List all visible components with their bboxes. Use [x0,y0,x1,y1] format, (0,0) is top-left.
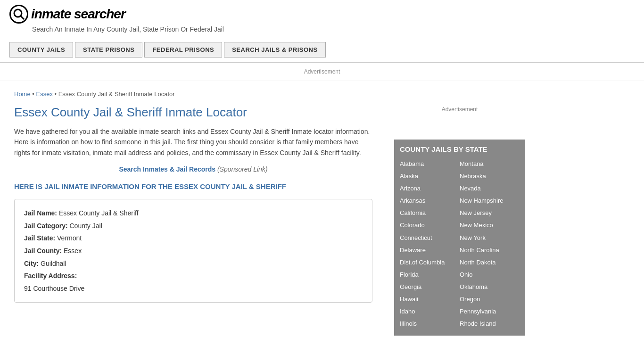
state-link[interactable]: Colorado [400,219,460,231]
state-link[interactable]: Montana [460,158,520,170]
logo-icon [9,5,28,24]
site-tagline: Search An Inmate In Any County Jail, Sta… [32,25,635,33]
state-link[interactable]: Arkansas [400,195,460,207]
state-link[interactable]: Ohio [460,269,520,281]
jail-category-label: Jail Category: [24,222,68,230]
sidebar: Advertisement COUNTY JAILS BY STATE Alab… [387,81,533,340]
state-link[interactable]: Nevada [460,182,520,195]
main-layout: Home • Essex • Essex County Jail & Sheri… [0,81,644,340]
state-link[interactable]: Idaho [400,305,460,318]
state-link[interactable]: Nebraska [460,170,520,182]
page-title: Essex County Jail & Sheriff Inmate Locat… [14,105,372,120]
jail-state-label: Jail State: [24,234,55,242]
jail-name-value: Essex County Jail & Sheriff [59,209,139,217]
jail-address-label: Facility Address: [24,272,77,280]
breadcrumb-current: Essex County Jail & Sheriff Inmate Locat… [58,90,175,98]
state-link[interactable]: Pennsylvania [460,305,520,318]
state-link[interactable]: Dist.of Columbia [400,256,460,269]
state-link[interactable]: Alabama [400,158,460,170]
state-prisons-button[interactable]: STATE PRISONS [75,42,142,58]
jail-county-label: Jail County: [24,247,62,255]
state-widget-title: COUNTY JAILS BY STATE [400,145,520,153]
state-link[interactable]: North Dakota [460,256,520,269]
state-col-right: MontanaNebraskaNevadaNew HampshireNew Je… [460,158,520,330]
svg-line-1 [21,16,24,19]
logo-text: inmate searcher [31,7,125,22]
breadcrumb-home[interactable]: Home [14,90,31,98]
state-link[interactable]: New York [460,232,520,244]
logo-area: inmate searcher [9,5,635,24]
state-link[interactable]: Illinois [400,318,460,330]
ad-banner: Advertisement [0,63,644,81]
jail-address-value: 91 Courthouse Drive [24,285,84,292]
jail-category-row: Jail Category: County Jail [24,220,363,232]
state-link[interactable]: North Carolina [460,244,520,256]
federal-prisons-button[interactable]: FEDERAL PRISONS [144,42,222,58]
section-heading: HERE IS JAIL INMATE INFORMATION FOR THE … [14,181,372,191]
sponsored-link[interactable]: Search Inmates & Jail Records [119,165,215,173]
jail-state-value: Vermont [57,234,82,242]
state-columns: AlabamaAlaskaArizonaArkansasCaliforniaCo… [400,158,520,330]
jail-city-value: Guildhall [41,260,66,267]
state-widget: COUNTY JAILS BY STATE AlabamaAlaskaArizo… [394,140,525,336]
jail-name-label: Jail Name: [24,209,57,217]
jail-info-box: Jail Name: Essex County Jail & Sheriff J… [14,199,372,303]
state-link[interactable]: Alaska [400,170,460,182]
state-link[interactable]: California [400,207,460,219]
jail-county-value: Essex [64,247,82,255]
state-link[interactable]: New Mexico [460,219,520,231]
jail-name-row: Jail Name: Essex County Jail & Sheriff [24,207,363,220]
search-jails-button[interactable]: SEARCH JAILS & PRISONS [224,42,325,58]
jail-state-row: Jail State: Vermont [24,232,363,245]
state-link[interactable]: Connecticut [400,232,460,244]
state-link[interactable]: New Hampshire [460,195,520,207]
jail-address-value-row: 91 Courthouse Drive [24,282,363,295]
state-link[interactable]: New Jersey [460,207,520,219]
jail-city-label: City: [24,260,39,267]
content-area: Home • Essex • Essex County Jail & Sheri… [0,81,387,340]
breadcrumb-essex[interactable]: Essex [36,90,52,98]
nav-bar: COUNTY JAILS STATE PRISONS FEDERAL PRISO… [0,37,644,63]
svg-point-0 [14,9,22,17]
jail-city-row: City: Guildhall [24,257,363,270]
state-link[interactable]: Rhode Island [460,318,520,330]
jail-county-row: Jail County: Essex [24,245,363,257]
sponsored-tag: (Sponsored Link) [217,165,268,173]
description: We have gathered for you all the availab… [14,126,372,158]
breadcrumb: Home • Essex • Essex County Jail & Sheri… [14,90,372,98]
state-link[interactable]: Oregon [460,293,520,305]
state-link[interactable]: Hawaii [400,293,460,305]
county-jails-button[interactable]: COUNTY JAILS [9,42,73,58]
sidebar-ad: Advertisement [394,86,525,133]
state-link[interactable]: Delaware [400,244,460,256]
sidebar-ad-label: Advertisement [442,106,478,113]
jail-category-value: County Jail [69,222,102,230]
header: inmate searcher Search An Inmate In Any … [0,0,644,37]
jail-address-row: Facility Address: [24,270,363,282]
state-link[interactable]: Oklahoma [460,281,520,293]
state-link[interactable]: Arizona [400,182,460,195]
ad-banner-label: Advertisement [304,68,340,75]
state-link[interactable]: Florida [400,269,460,281]
state-link[interactable]: Georgia [400,281,460,293]
sponsored-link-section: Search Inmates & Jail Records (Sponsored… [14,165,372,173]
state-col-left: AlabamaAlaskaArizonaArkansasCaliforniaCo… [400,158,460,330]
